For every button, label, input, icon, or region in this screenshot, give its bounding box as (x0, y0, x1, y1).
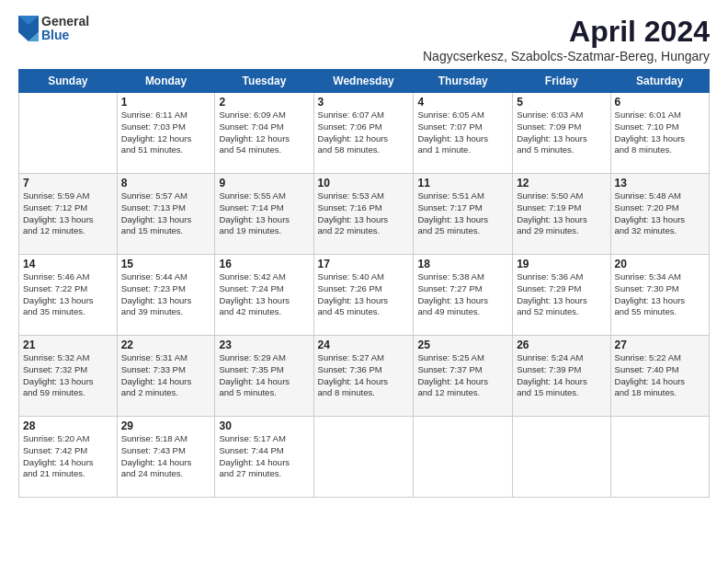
day-info: Sunrise: 5:24 AM Sunset: 7:39 PM Dayligh… (517, 352, 606, 399)
day-number: 14 (23, 258, 113, 270)
table-cell: 10Sunrise: 5:53 AM Sunset: 7:16 PM Dayli… (313, 174, 414, 255)
day-info: Sunrise: 5:38 AM Sunset: 7:27 PM Dayligh… (417, 271, 508, 318)
day-info: Sunrise: 5:17 AM Sunset: 7:44 PM Dayligh… (219, 433, 309, 480)
day-info: Sunrise: 5:55 AM Sunset: 7:14 PM Dayligh… (219, 190, 309, 237)
col-thursday: Thursday (414, 70, 513, 93)
day-number: 3 (318, 96, 410, 109)
logo-general: General (41, 15, 89, 29)
col-sunday: Sunday (19, 70, 118, 93)
day-info: Sunrise: 6:05 AM Sunset: 7:07 PM Dayligh… (417, 109, 508, 156)
table-cell: 15Sunrise: 5:44 AM Sunset: 7:23 PM Dayli… (117, 255, 215, 336)
day-number: 27 (615, 339, 705, 351)
day-info: Sunrise: 5:25 AM Sunset: 7:37 PM Dayligh… (417, 352, 508, 399)
day-number: 22 (121, 339, 211, 351)
table-cell (313, 417, 414, 498)
table-cell: 5Sunrise: 6:03 AM Sunset: 7:09 PM Daylig… (513, 93, 610, 174)
day-info: Sunrise: 5:22 AM Sunset: 7:40 PM Dayligh… (615, 352, 705, 399)
day-number: 18 (417, 258, 508, 270)
day-number: 12 (517, 177, 606, 190)
table-cell: 22Sunrise: 5:31 AM Sunset: 7:33 PM Dayli… (117, 336, 215, 417)
table-cell: 4Sunrise: 6:05 AM Sunset: 7:07 PM Daylig… (414, 93, 513, 174)
table-cell: 1Sunrise: 6:11 AM Sunset: 7:03 PM Daylig… (117, 93, 215, 174)
table-cell: 26Sunrise: 5:24 AM Sunset: 7:39 PM Dayli… (513, 336, 610, 417)
calendar-week-row: 14Sunrise: 5:46 AM Sunset: 7:22 PM Dayli… (19, 255, 710, 336)
table-cell (19, 93, 118, 174)
day-info: Sunrise: 6:01 AM Sunset: 7:10 PM Dayligh… (615, 109, 705, 156)
table-cell: 18Sunrise: 5:38 AM Sunset: 7:27 PM Dayli… (414, 255, 513, 336)
table-cell: 7Sunrise: 5:59 AM Sunset: 7:12 PM Daylig… (19, 174, 118, 255)
table-cell: 27Sunrise: 5:22 AM Sunset: 7:40 PM Dayli… (610, 336, 709, 417)
day-number: 10 (318, 177, 410, 190)
day-number: 24 (318, 339, 410, 351)
calendar-week-row: 1Sunrise: 6:11 AM Sunset: 7:03 PM Daylig… (19, 93, 710, 174)
logo: General Blue (18, 15, 89, 43)
day-number: 5 (517, 96, 606, 109)
calendar-table: Sunday Monday Tuesday Wednesday Thursday… (18, 69, 710, 498)
col-friday: Friday (513, 70, 610, 93)
day-info: Sunrise: 5:36 AM Sunset: 7:29 PM Dayligh… (517, 271, 606, 318)
day-number: 4 (417, 96, 508, 109)
day-number: 19 (517, 258, 606, 270)
table-cell: 12Sunrise: 5:50 AM Sunset: 7:19 PM Dayli… (513, 174, 610, 255)
day-number: 26 (517, 339, 606, 351)
table-cell: 30Sunrise: 5:17 AM Sunset: 7:44 PM Dayli… (215, 417, 313, 498)
table-cell: 11Sunrise: 5:51 AM Sunset: 7:17 PM Dayli… (414, 174, 513, 255)
day-info: Sunrise: 5:34 AM Sunset: 7:30 PM Dayligh… (615, 271, 705, 318)
day-number: 7 (23, 177, 113, 190)
day-info: Sunrise: 5:57 AM Sunset: 7:13 PM Dayligh… (121, 190, 211, 237)
table-cell: 28Sunrise: 5:20 AM Sunset: 7:42 PM Dayli… (19, 417, 118, 498)
header: General Blue April 2024 Nagycserkesz, Sz… (18, 15, 710, 63)
logo-text: General Blue (41, 15, 89, 43)
table-cell: 25Sunrise: 5:25 AM Sunset: 7:37 PM Dayli… (414, 336, 513, 417)
table-cell (610, 417, 709, 498)
table-cell (414, 417, 513, 498)
table-cell: 6Sunrise: 6:01 AM Sunset: 7:10 PM Daylig… (610, 93, 709, 174)
day-info: Sunrise: 5:32 AM Sunset: 7:32 PM Dayligh… (23, 352, 113, 399)
day-number: 8 (121, 177, 211, 190)
day-info: Sunrise: 5:40 AM Sunset: 7:26 PM Dayligh… (318, 271, 410, 318)
table-cell: 8Sunrise: 5:57 AM Sunset: 7:13 PM Daylig… (117, 174, 215, 255)
calendar-week-row: 21Sunrise: 5:32 AM Sunset: 7:32 PM Dayli… (19, 336, 710, 417)
title-block: April 2024 Nagycserkesz, Szabolcs-Szatma… (423, 15, 710, 63)
day-number: 17 (318, 258, 410, 270)
col-wednesday: Wednesday (313, 70, 414, 93)
day-info: Sunrise: 5:50 AM Sunset: 7:19 PM Dayligh… (517, 190, 606, 237)
day-info: Sunrise: 6:09 AM Sunset: 7:04 PM Dayligh… (219, 109, 309, 156)
table-cell: 2Sunrise: 6:09 AM Sunset: 7:04 PM Daylig… (215, 93, 313, 174)
day-info: Sunrise: 5:29 AM Sunset: 7:35 PM Dayligh… (219, 352, 309, 399)
day-info: Sunrise: 5:48 AM Sunset: 7:20 PM Dayligh… (615, 190, 705, 237)
day-number: 11 (417, 177, 508, 190)
location-title: Nagycserkesz, Szabolcs-Szatmar-Bereg, Hu… (423, 49, 710, 63)
calendar-page: General Blue April 2024 Nagycserkesz, Sz… (0, 0, 728, 563)
day-info: Sunrise: 5:44 AM Sunset: 7:23 PM Dayligh… (121, 271, 211, 318)
day-info: Sunrise: 6:03 AM Sunset: 7:09 PM Dayligh… (517, 109, 606, 156)
day-number: 28 (23, 419, 113, 432)
day-number: 1 (121, 96, 211, 109)
calendar-header-row: Sunday Monday Tuesday Wednesday Thursday… (19, 70, 710, 93)
day-info: Sunrise: 5:42 AM Sunset: 7:24 PM Dayligh… (219, 271, 309, 318)
day-number: 29 (121, 419, 211, 432)
table-cell: 16Sunrise: 5:42 AM Sunset: 7:24 PM Dayli… (215, 255, 313, 336)
table-cell: 14Sunrise: 5:46 AM Sunset: 7:22 PM Dayli… (19, 255, 118, 336)
table-cell: 13Sunrise: 5:48 AM Sunset: 7:20 PM Dayli… (610, 174, 709, 255)
table-cell: 9Sunrise: 5:55 AM Sunset: 7:14 PM Daylig… (215, 174, 313, 255)
day-info: Sunrise: 6:11 AM Sunset: 7:03 PM Dayligh… (121, 109, 211, 156)
day-info: Sunrise: 5:20 AM Sunset: 7:42 PM Dayligh… (23, 433, 113, 480)
day-info: Sunrise: 5:53 AM Sunset: 7:16 PM Dayligh… (318, 190, 410, 237)
table-cell: 19Sunrise: 5:36 AM Sunset: 7:29 PM Dayli… (513, 255, 610, 336)
day-number: 23 (219, 339, 309, 351)
calendar-week-row: 28Sunrise: 5:20 AM Sunset: 7:42 PM Dayli… (19, 417, 710, 498)
day-number: 6 (615, 96, 705, 109)
day-number: 13 (615, 177, 705, 190)
table-cell: 20Sunrise: 5:34 AM Sunset: 7:30 PM Dayli… (610, 255, 709, 336)
table-cell: 29Sunrise: 5:18 AM Sunset: 7:43 PM Dayli… (117, 417, 215, 498)
day-info: Sunrise: 5:27 AM Sunset: 7:36 PM Dayligh… (318, 352, 410, 399)
logo-icon (18, 16, 39, 41)
day-info: Sunrise: 5:51 AM Sunset: 7:17 PM Dayligh… (417, 190, 508, 237)
table-cell: 23Sunrise: 5:29 AM Sunset: 7:35 PM Dayli… (215, 336, 313, 417)
logo-blue: Blue (41, 29, 89, 42)
table-cell: 3Sunrise: 6:07 AM Sunset: 7:06 PM Daylig… (313, 93, 414, 174)
table-cell (513, 417, 610, 498)
day-number: 30 (219, 419, 309, 432)
day-info: Sunrise: 6:07 AM Sunset: 7:06 PM Dayligh… (318, 109, 410, 156)
